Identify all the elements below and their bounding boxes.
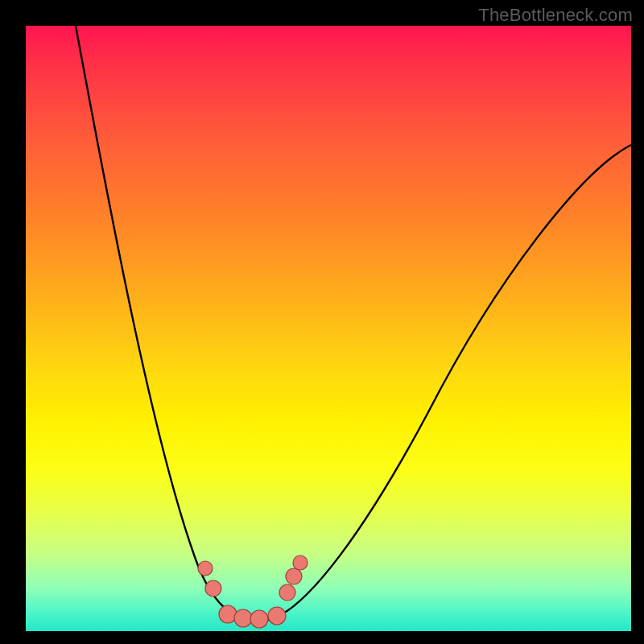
marker <box>198 561 213 576</box>
marker-group <box>198 555 308 628</box>
marker <box>219 605 237 623</box>
chart-frame: TheBottleneck.com <box>0 0 644 644</box>
curve-layer <box>26 26 631 631</box>
plot-area <box>26 26 631 631</box>
marker <box>279 584 295 601</box>
marker <box>293 555 308 570</box>
marker <box>286 568 302 584</box>
marker <box>234 609 252 627</box>
left-curve <box>76 26 245 617</box>
right-curve <box>275 145 631 617</box>
marker <box>205 580 221 597</box>
marker <box>268 607 286 625</box>
marker <box>250 610 268 628</box>
watermark-text: TheBottleneck.com <box>478 5 633 26</box>
